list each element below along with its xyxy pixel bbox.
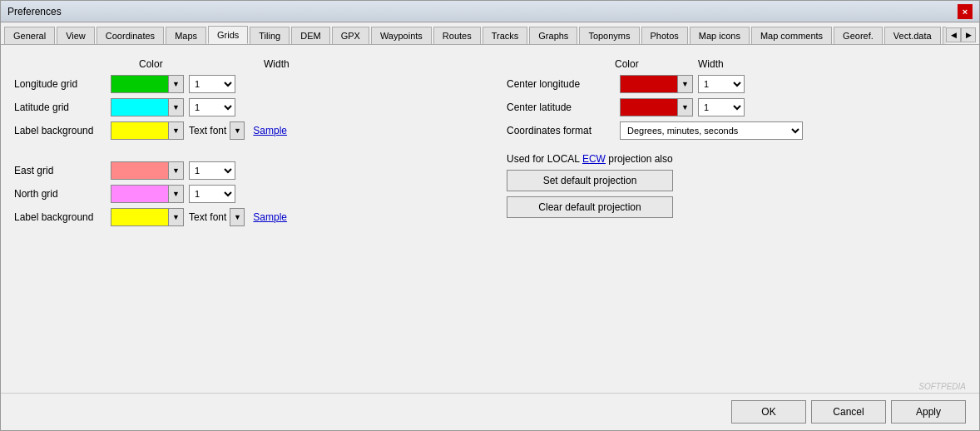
center-latitude-arrow[interactable]: ▼ (678, 98, 693, 116)
label-bg-label: Label background (14, 125, 106, 136)
label-bg2-color-picker[interactable]: ▼ (111, 208, 184, 226)
longitude-color-arrow[interactable]: ▼ (169, 75, 184, 93)
tab-dem[interactable]: DEM (291, 27, 329, 44)
tab-view[interactable]: View (57, 27, 95, 44)
center-latitude-row: Center latitude ▼ 123 (507, 98, 966, 116)
left-section-header: Color Width (14, 58, 473, 70)
tab-waypoints[interactable]: Waypoints (371, 27, 432, 44)
center-longitude-label: Center longitude (507, 78, 615, 90)
content-area: Color Width Longitude grid ▼ 123 (1, 45, 979, 382)
longitude-grid-label: Longitude grid (14, 78, 106, 90)
text-font2-label: Text font (189, 211, 226, 223)
tab-vect-data[interactable]: Vect.data (884, 27, 941, 44)
tab-routes[interactable]: Routes (433, 27, 481, 44)
tab-general[interactable]: General (4, 27, 55, 44)
tab-next-arrow[interactable]: ▶ (961, 27, 976, 42)
latitude-color-arrow[interactable]: ▼ (169, 98, 184, 116)
center-latitude-color[interactable]: ▼ (620, 98, 693, 116)
text-font2-btn: Text font ▼ (189, 208, 245, 226)
right-panel: Color Width Center longitude ▼ 123 (507, 58, 966, 231)
north-grid-row: North grid ▼ 123 (14, 185, 473, 203)
north-color-arrow[interactable]: ▼ (169, 185, 184, 203)
center-latitude-label: Center latitude (507, 102, 615, 113)
center-longitude-row: Center longitude ▼ 123 (507, 75, 966, 93)
set-default-projection-btn[interactable]: Set default projection (507, 170, 673, 191)
font2-dropdown-arrow[interactable]: ▼ (230, 208, 245, 226)
ecw-section: Used for LOCAL ECW projection also Set d… (507, 153, 966, 218)
tab-map-icons[interactable]: Map icons (690, 27, 750, 44)
east-color-picker[interactable]: ▼ (111, 161, 184, 180)
east-width-select[interactable]: 123 (189, 161, 235, 180)
tab-coordinates[interactable]: Coordinates (97, 27, 164, 44)
sample2-text[interactable]: Sample (253, 211, 287, 223)
watermark: SOFTPEDIA (1, 382, 979, 393)
tab-tracks[interactable]: Tracks (483, 27, 528, 44)
label-bg2-color-arrow[interactable]: ▼ (169, 208, 184, 226)
tab-toponyms[interactable]: Toponyms (579, 27, 639, 44)
grid-layout: Color Width Longitude grid ▼ 123 (14, 58, 966, 231)
width-header: Width (264, 58, 322, 70)
label-bg-row: Label background ▼ Text font ▼ Sample (14, 121, 473, 140)
label-bg-color-picker[interactable]: ▼ (111, 121, 184, 140)
ok-button[interactable]: OK (731, 400, 806, 424)
east-color-arrow[interactable]: ▼ (169, 161, 184, 180)
latitude-color-picker[interactable]: ▼ (111, 98, 184, 116)
longitude-color-picker[interactable]: ▼ (111, 75, 184, 93)
window-title: Preferences (7, 6, 62, 17)
right-color-header: Color (615, 58, 698, 70)
tab-map-comments[interactable]: Map comments (751, 27, 832, 44)
left-panel: Color Width Longitude grid ▼ 123 (14, 58, 473, 231)
tabs-bar: GeneralViewCoordinatesMapsGridsTilingDEM… (1, 22, 979, 45)
tab-gpx[interactable]: GPX (332, 27, 369, 44)
latitude-width-select[interactable]: 123 (189, 98, 235, 116)
coordinates-format-select[interactable]: Degrees, minutes, seconds Decimal degree… (620, 121, 803, 140)
font-dropdown-arrow[interactable]: ▼ (230, 121, 245, 140)
center-longitude-color[interactable]: ▼ (620, 75, 693, 93)
coordinates-format-row: Coordinates format Degrees, minutes, sec… (507, 121, 966, 140)
text-font-label: Text font (189, 125, 226, 136)
tab-prev-arrow[interactable]: ◀ (946, 27, 961, 42)
title-bar: Preferences × (1, 1, 979, 22)
latitude-grid-label: Latitude grid (14, 102, 106, 113)
north-grid-label: North grid (14, 188, 106, 200)
tab-georef-[interactable]: Georef. (834, 27, 883, 44)
ecw-keyword: ECW (582, 153, 606, 165)
clear-default-projection-btn[interactable]: Clear default projection (507, 196, 673, 218)
east-grid-row: East grid ▼ 123 (14, 161, 473, 180)
apply-button[interactable]: Apply (891, 400, 966, 424)
cancel-button[interactable]: Cancel (811, 400, 886, 424)
label-bg2-label: Label background (14, 211, 106, 223)
center-latitude-width[interactable]: 123 (698, 98, 745, 116)
latitude-grid-row: Latitude grid ▼ 123 (14, 98, 473, 116)
center-longitude-arrow[interactable]: ▼ (678, 75, 693, 93)
tab-tiling[interactable]: Tiling (250, 27, 290, 44)
longitude-width-select[interactable]: 123 (189, 75, 235, 93)
longitude-grid-row: Longitude grid ▼ 123 (14, 75, 473, 93)
tab-maps[interactable]: Maps (166, 27, 206, 44)
close-button[interactable]: × (958, 4, 973, 19)
coordinates-format-label: Coordinates format (507, 125, 615, 136)
right-width-header: Width (698, 58, 765, 70)
color-header: Color (139, 58, 230, 70)
ecw-label: Used for LOCAL ECW projection also (507, 153, 966, 165)
north-color-picker[interactable]: ▼ (111, 185, 184, 203)
preferences-window: Preferences × GeneralViewCoordinatesMaps… (0, 0, 980, 431)
tab-graphs[interactable]: Graphs (529, 27, 577, 44)
center-longitude-width[interactable]: 123 (698, 75, 745, 93)
text-font-btn: Text font ▼ (189, 121, 245, 140)
north-width-select[interactable]: 123 (189, 185, 235, 203)
east-grid-label: East grid (14, 165, 106, 176)
tab-grids[interactable]: Grids (208, 26, 248, 44)
sample-text[interactable]: Sample (253, 125, 287, 136)
tab-nav-arrows: ◀ ▶ (946, 27, 976, 44)
footer: OK Cancel Apply (1, 393, 979, 430)
label-bg2-row: Label background ▼ Text font ▼ Sample (14, 208, 473, 226)
tab-photos[interactable]: Photos (641, 27, 688, 44)
label-bg-color-arrow[interactable]: ▼ (169, 121, 184, 140)
